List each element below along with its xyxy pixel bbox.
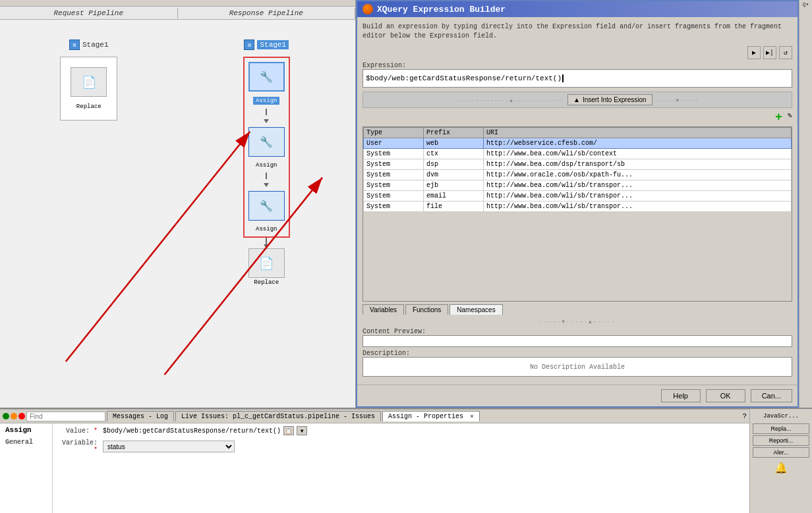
connector-arrow-1 <box>264 119 269 123</box>
replace-side-button[interactable]: Repla... <box>753 423 809 434</box>
ns-uri-ejb: http://www.bea.com/wli/sb/transpor... <box>483 180 791 191</box>
right-strip-label: Q▾ <box>799 0 812 9</box>
form-row-variable: Variable: * status <box>58 439 744 454</box>
help-icon[interactable]: ? <box>742 412 747 420</box>
connector-3 <box>266 238 267 244</box>
edit-namespace-button[interactable]: ✎ <box>788 111 792 124</box>
reporting-side-button[interactable]: Reporti... <box>753 435 809 446</box>
namespace-table-container[interactable]: Type Prefix URI User web http://webservi… <box>362 126 792 302</box>
tab-assign-properties[interactable]: Assign - Properties × <box>382 411 479 421</box>
tab-namespaces[interactable]: Namespaces <box>450 304 502 315</box>
info-dot <box>3 413 9 419</box>
javascript-label: JavaScr... <box>753 412 809 419</box>
left-replace-node[interactable]: 📄 <box>71 67 107 97</box>
assign-label-3: Assign <box>256 226 277 232</box>
assign-highlight-box: 🔧 Assign 🔧 Assign <box>243 57 290 238</box>
ns-row-dvm[interactable]: System dvm http://www.oracle.com/osb/xpa… <box>364 170 792 180</box>
description-section: Description: No Description Available <box>362 350 792 377</box>
insert-btn-bar: ··············▲············· ▲ Insert In… <box>362 92 792 108</box>
tabs-bar: Variables Functions Namespaces <box>362 304 792 315</box>
namespace-table: Type Prefix URI User web http://webservi… <box>363 127 792 212</box>
tab-messages-log[interactable]: Messages - Log <box>107 411 174 421</box>
expression-field[interactable]: $body/web:getCardStatusResponse/return/t… <box>362 69 792 88</box>
ns-row-file[interactable]: System file http://www.bea.com/wli/sb/tr… <box>364 202 792 212</box>
content-preview-label: Content Preview: <box>362 328 792 335</box>
ns-uri-ctx: http://www.bea.com/wli/sb/context <box>483 149 791 159</box>
refresh-button[interactable]: ↺ <box>779 46 792 59</box>
left-stage-header: ⊞ Stage1 <box>69 40 109 50</box>
col-uri-header: URI <box>483 128 791 138</box>
bottom-tabs-bar: Messages - Log Live Issues: pl_c_getCard… <box>0 409 749 423</box>
ns-row-email[interactable]: System email http://www.bea.com/wli/sb/t… <box>364 191 792 202</box>
ns-type-file: System <box>364 202 424 212</box>
step-button[interactable]: ▶| <box>763 46 776 59</box>
ns-uri-user: http://webservice.cfesb.com/ <box>483 138 791 149</box>
value-field: $body/web:getCardStatusResponse/return/t… <box>103 426 307 435</box>
cancel-button[interactable]: Can... <box>751 389 792 402</box>
xquery-dialog-icon <box>362 4 373 14</box>
right-stage-header: ⊞ Stage1 <box>244 40 289 50</box>
assign-node-2[interactable]: 🔧 <box>248 127 285 157</box>
replace-icon-right: 📄 <box>259 256 274 271</box>
add-namespace-button[interactable]: + <box>775 111 782 124</box>
value-text: $body/web:getCardStatusResponse/return/t… <box>103 427 281 435</box>
ns-prefix-file: file <box>423 202 483 212</box>
ns-type-dvm: System <box>364 170 424 180</box>
assign-icon-3: 🔧 <box>260 200 273 213</box>
ns-uri-file: http://www.bea.com/wli/sb/transpor... <box>483 202 791 212</box>
insert-into-expression-button[interactable]: ▲ Insert Into Expression <box>567 94 652 105</box>
response-pipeline-label: Response Pipeline <box>178 8 356 18</box>
add-edit-row: + ✎ <box>362 111 792 124</box>
right-stage-label: Stage1 <box>257 40 289 49</box>
form-row-value: Value: * $body/web:getCardStatusResponse… <box>58 426 744 435</box>
props-content: Assign General Value: * $body/web:getCar… <box>0 423 749 513</box>
right-replace-node[interactable]: 📄 <box>248 248 285 278</box>
alert-side-button[interactable]: Aler... <box>753 447 809 458</box>
assign-node-1[interactable]: 🔧 <box>248 62 285 92</box>
pipeline-content: ⊞ Stage1 📄 Replace ⊞ Stage1 <box>0 20 355 408</box>
ns-uri-email: http://www.bea.com/wli/sb/transpor... <box>483 191 791 202</box>
col-prefix-header: Prefix <box>423 128 483 138</box>
insert-arrow-icon: ▲ <box>573 96 580 103</box>
ns-type-ctx: System <box>364 149 424 159</box>
ns-row-dsp[interactable]: System dsp http://www.bea.com/dsp/transp… <box>364 159 792 170</box>
left-stage-icon: ⊞ <box>69 40 80 50</box>
ns-type-user: User <box>364 138 424 149</box>
pipeline-right: ⊞ Stage1 🔧 Assign <box>178 20 356 408</box>
top-scrollbar[interactable] <box>0 0 355 7</box>
replace-icon-left: 📄 <box>82 75 96 90</box>
no-description-text: No Description Available <box>530 364 625 371</box>
ns-type-dsp: System <box>364 159 424 170</box>
value-expr-icon[interactable]: 📋 <box>283 426 294 435</box>
assign-node-3[interactable]: 🔧 <box>248 191 285 221</box>
play-button[interactable]: ▶ <box>747 46 761 59</box>
tab-live-issues[interactable]: Live Issues: pl_c_getCardStatus.pipeline… <box>175 411 381 421</box>
assign-icon-2: 🔧 <box>260 136 273 149</box>
connector-arrow-2 <box>264 183 269 187</box>
tab-functions[interactable]: Functions <box>405 304 448 315</box>
dialog-toolbar: ▶ ▶| ↺ <box>362 46 792 59</box>
request-pipeline-label: Request Pipeline <box>0 8 178 18</box>
ns-row-ctx[interactable]: System ctx http://www.bea.com/wli/sb/con… <box>364 149 792 159</box>
ns-row-ejb[interactable]: System ejb http://www.bea.com/wli/sb/tra… <box>364 180 792 191</box>
variable-select[interactable]: status <box>103 441 235 452</box>
insert-btn-label: Insert Into Expression <box>583 96 647 103</box>
props-section-general[interactable]: General <box>5 438 47 446</box>
ns-prefix-email: email <box>423 191 483 202</box>
value-dropdown[interactable]: ▼ <box>297 426 307 435</box>
bottom-right-panel: JavaScr... Repla... Reporti... Aler... 🔔 <box>749 409 812 513</box>
connector-2 <box>266 173 267 179</box>
expression-label: Expression: <box>362 62 792 69</box>
left-replace-label: Replace <box>76 103 102 110</box>
assign-title: Assign <box>5 426 47 434</box>
tab-close-button[interactable]: × <box>470 414 473 420</box>
ns-prefix-user: web <box>423 138 483 149</box>
find-input[interactable] <box>26 412 105 421</box>
ns-uri-dvm: http://www.oracle.com/osb/xpath-fu... <box>483 170 791 180</box>
ns-row-user[interactable]: User web http://webservice.cfesb.com/ <box>364 138 792 149</box>
bell-icon: 🔔 <box>753 462 809 475</box>
ok-button[interactable]: OK <box>706 389 745 402</box>
description-field: No Description Available <box>362 357 792 377</box>
tab-variables[interactable]: Variables <box>362 304 404 315</box>
help-button[interactable]: Help <box>661 389 701 402</box>
